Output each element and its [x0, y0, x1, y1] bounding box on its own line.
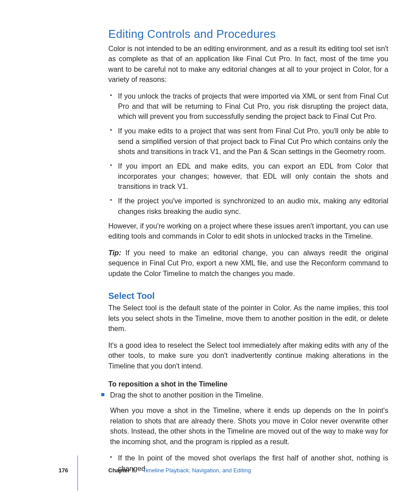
page-content: Editing Controls and Procedures Color is…	[108, 27, 388, 478]
step-list: Drag the shot to another position in the…	[100, 390, 388, 400]
reasons-list: If you unlock the tracks of projects tha…	[108, 91, 388, 217]
list-item: If the project you've imported is synchr…	[108, 196, 388, 216]
tip-paragraph: Tip: If you need to make an editorial ch…	[108, 248, 388, 279]
page-footer: 176 Chapter 7 Timeline Playback, Navigat…	[0, 467, 420, 480]
list-item: If you unlock the tracks of projects tha…	[108, 91, 388, 121]
intro-paragraph: Color is not intended to be an editing e…	[108, 44, 388, 85]
section-heading: Editing Controls and Procedures	[108, 27, 388, 41]
list-item: Drag the shot to another position in the…	[100, 390, 388, 400]
select-paragraph-2: It's a good idea to reselect the Select …	[108, 340, 388, 371]
tip-text: If you need to make an editorial change,…	[108, 249, 388, 277]
subsection-heading: Select Tool	[108, 291, 388, 301]
footer-rule	[77, 456, 78, 491]
document-page: Editing Controls and Procedures Color is…	[0, 0, 420, 504]
select-paragraph-1: The Select tool is the default state of …	[108, 303, 388, 334]
list-item: If you import an EDL and make edits, you…	[108, 161, 388, 191]
step-title: To reposition a shot in the Timeline	[108, 380, 388, 388]
chapter-label: Chapter 7	[108, 467, 135, 474]
step-detail-paragraph: When you move a shot in the Timeline, wh…	[108, 405, 388, 447]
page-number: 176	[59, 467, 68, 474]
list-item: If you make edits to a project that was …	[108, 126, 388, 156]
however-paragraph: However, if you're working on a project …	[108, 221, 388, 242]
tip-label: Tip:	[108, 249, 121, 257]
chapter-title: Timeline Playback, Navigation, and Editi…	[143, 467, 251, 474]
